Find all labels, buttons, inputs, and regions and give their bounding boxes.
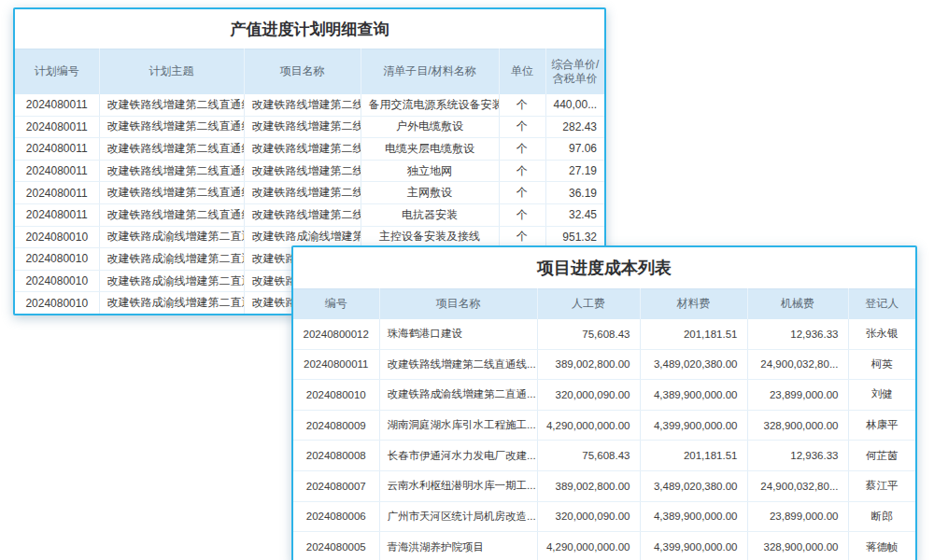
cell-registrar[interactable]: 刘健	[848, 380, 915, 411]
cell-registrar[interactable]: 断郎	[848, 501, 915, 532]
cell-labor-cost: 320,000,090.00	[537, 380, 640, 411]
cell-plan-no-link[interactable]: 2024080011	[15, 203, 99, 226]
cell-plan-subject-link[interactable]: 改建铁路线增建第二线直通线	[99, 203, 244, 226]
project-cost-header-row: 编号 项目名称 人工费 材料费 机械费 登记人	[293, 289, 915, 319]
cell-project-name-link[interactable]: 改建铁路线增建第二线直通线	[244, 182, 361, 204]
table-row: 2024080008 长春市伊通河水力发电厂改建... 75,608.43 20…	[293, 441, 915, 471]
cell-plan-no-link[interactable]: 2024080010	[15, 292, 99, 315]
cell-plan-no-link[interactable]: 2024080011	[15, 160, 99, 182]
cell-material-cost: 4,399,900,000.00	[640, 410, 747, 441]
table-row: 2024080005 青海洪湖养护院项目 4,290,000,000.00 4,…	[293, 532, 915, 560]
project-cost-table-body: 20240800012 珠海鹤港口建设 75,608.43 201,181.51…	[293, 319, 915, 560]
cell-plan-no-link[interactable]: 2024080010	[15, 226, 99, 248]
table-row: 2024080011 改建铁路线增建第二线直通线 改建铁路线增建第二线直通线 备…	[15, 94, 604, 117]
cell-machinery-cost: 23,899,000.00	[747, 501, 848, 532]
cell-registrar[interactable]: 林康平	[848, 410, 915, 441]
cell-plan-subject-link[interactable]: 改建铁路线增建第二线直通线	[99, 138, 244, 161]
cell-labor-cost: 75,608.43	[537, 441, 640, 471]
cell-project-link[interactable]: 改建铁路成渝线增建第二直通...	[379, 380, 537, 411]
cell-item-name: 备用交流电源系统设备安装	[361, 94, 499, 117]
cell-labor-cost: 4,290,000,000.00	[537, 410, 640, 441]
cell-no-link[interactable]: 2024080006	[293, 501, 379, 532]
cell-no-link[interactable]: 2024080009	[293, 410, 379, 441]
cell-unit-price: 36.19	[545, 182, 604, 204]
cell-no-link[interactable]: 2024080007	[293, 470, 379, 501]
cell-project-name-link[interactable]: 改建铁路线增建第二线直通线	[244, 94, 361, 117]
cell-plan-subject-link[interactable]: 改建铁路线增建第二线直通线	[99, 160, 244, 182]
cell-plan-subject-link[interactable]: 改建铁路成渝线增建第二直通	[99, 292, 244, 315]
cell-item-name: 主网敷设	[361, 182, 499, 204]
project-cost-table: 编号 项目名称 人工费 材料费 机械费 登记人 20240800012 珠海鹤港…	[293, 288, 915, 560]
cell-plan-no-link[interactable]: 2024080010	[15, 248, 99, 271]
cell-plan-no-link[interactable]: 2024080011	[15, 138, 99, 161]
cell-project-link[interactable]: 云南水利枢纽潜明水库一期工...	[379, 470, 537, 501]
table-row: 2024080010 改建铁路成渝线增建第二直通... 320,000,090.…	[293, 380, 915, 411]
cell-machinery-cost: 12,936.33	[747, 441, 848, 471]
cell-unit: 个	[499, 160, 545, 182]
cell-no-link[interactable]: 2024080005	[293, 532, 379, 560]
col-header-registrar: 登记人	[848, 289, 915, 319]
cell-registrar[interactable]: 柯英	[848, 349, 915, 380]
col-header-no: 编号	[293, 289, 379, 319]
table-row: 2024080011 改建铁路线增建第二线直通线 改建铁路线增建第二线直通线 电…	[15, 203, 604, 226]
cell-project-name-link[interactable]: 改建铁路线增建第二线直通线	[244, 203, 361, 226]
cell-machinery-cost: 328,900,000.00	[747, 532, 848, 560]
cell-project-name-link[interactable]: 改建铁路线增建第二线直通线	[244, 138, 361, 161]
cell-no-link[interactable]: 20240800011	[293, 349, 379, 380]
col-header-item-name: 清单子目/材料名称	[361, 49, 499, 94]
cell-project-link[interactable]: 珠海鹤港口建设	[379, 319, 537, 350]
cell-project-name-link[interactable]: 改建铁路线增建第二线直通线	[244, 116, 361, 138]
cell-project-name-link[interactable]: 改建铁路线增建第二线直通线	[244, 160, 361, 182]
table-row: 2024080011 改建铁路线增建第二线直通线 改建铁路线增建第二线直通线 独…	[15, 160, 604, 182]
col-header-labor-cost: 人工费	[537, 289, 640, 319]
cell-no-link[interactable]: 2024080010	[293, 380, 379, 411]
cell-labor-cost: 389,002,800.00	[537, 470, 640, 501]
cell-registrar[interactable]: 蔡江平	[848, 470, 915, 501]
col-header-unit: 单位	[499, 49, 545, 94]
cell-plan-no-link[interactable]: 2024080010	[15, 270, 99, 292]
cell-project-link[interactable]: 长春市伊通河水力发电厂改建...	[379, 441, 537, 471]
cell-item-name: 电抗器安装	[361, 203, 499, 226]
cell-project-link[interactable]: 湖南洞庭湖水库引水工程施工...	[379, 410, 537, 441]
cell-unit-price: 27.19	[545, 160, 604, 182]
cell-plan-subject-link[interactable]: 改建铁路成渝线增建第二直通	[99, 226, 244, 248]
cell-unit-price: 97.06	[545, 138, 604, 161]
table-row: 2024080011 改建铁路线增建第二线直通线 改建铁路线增建第二线直通线 主…	[15, 182, 604, 204]
cell-registrar[interactable]: 张永银	[848, 319, 915, 350]
col-header-plan-no: 计划编号	[15, 49, 99, 94]
cell-machinery-cost: 328,900,000.00	[747, 410, 848, 441]
cell-unit: 个	[499, 182, 545, 204]
cell-unit-price: 440,00...	[545, 94, 604, 117]
col-header-machinery-cost: 机械费	[747, 289, 848, 319]
col-header-unit-price: 综合单价/含税单价	[545, 49, 604, 94]
cell-registrar[interactable]: 蒋德帧	[848, 532, 915, 560]
cell-material-cost: 4,389,900,000.00	[640, 501, 747, 532]
table-row: 2024080009 湖南洞庭湖水库引水工程施工... 4,290,000,00…	[293, 410, 915, 441]
cell-project-link[interactable]: 青海洪湖养护院项目	[379, 532, 537, 560]
cell-plan-no-link[interactable]: 2024080011	[15, 182, 99, 204]
cell-plan-subject-link[interactable]: 改建铁路线增建第二线直通线	[99, 116, 244, 138]
cell-no-link[interactable]: 20240800012	[293, 319, 379, 350]
cell-labor-cost: 75,608.43	[537, 319, 640, 350]
cell-labor-cost: 320,000,090.00	[537, 501, 640, 532]
cell-plan-subject-link[interactable]: 改建铁路线增建第二线直通线	[99, 94, 244, 117]
col-header-material-cost: 材料费	[640, 289, 747, 319]
cell-plan-subject-link[interactable]: 改建铁路成渝线增建第二直通	[99, 270, 244, 292]
cell-plan-subject-link[interactable]: 改建铁路线增建第二线直通线	[99, 182, 244, 204]
cell-plan-no-link[interactable]: 2024080011	[15, 94, 99, 117]
table-row: 2024080011 改建铁路线增建第二线直通线 改建铁路线增建第二线直通线 电…	[15, 138, 604, 161]
cell-plan-subject-link[interactable]: 改建铁路成渝线增建第二直通	[99, 248, 244, 271]
table-row: 2024080011 改建铁路线增建第二线直通线 改建铁路线增建第二线直通线 户…	[15, 116, 604, 138]
cell-no-link[interactable]: 2024080008	[293, 441, 379, 471]
cell-project-link[interactable]: 广州市天河区统计局机房改造...	[379, 501, 537, 532]
cell-registrar[interactable]: 何芷茵	[848, 441, 915, 471]
cell-item-name: 独立地网	[361, 160, 499, 182]
cell-machinery-cost: 24,900,032,80...	[747, 349, 848, 380]
cell-project-link[interactable]: 改建铁路线增建第二线直通线...	[379, 349, 537, 380]
col-header-project: 项目名称	[379, 289, 537, 319]
cell-unit: 个	[499, 116, 545, 138]
plan-detail-panel-title: 产值进度计划明细查询	[15, 9, 604, 49]
cell-unit: 个	[499, 94, 545, 117]
cell-plan-no-link[interactable]: 2024080011	[15, 116, 99, 138]
cell-machinery-cost: 12,936.33	[747, 319, 848, 350]
